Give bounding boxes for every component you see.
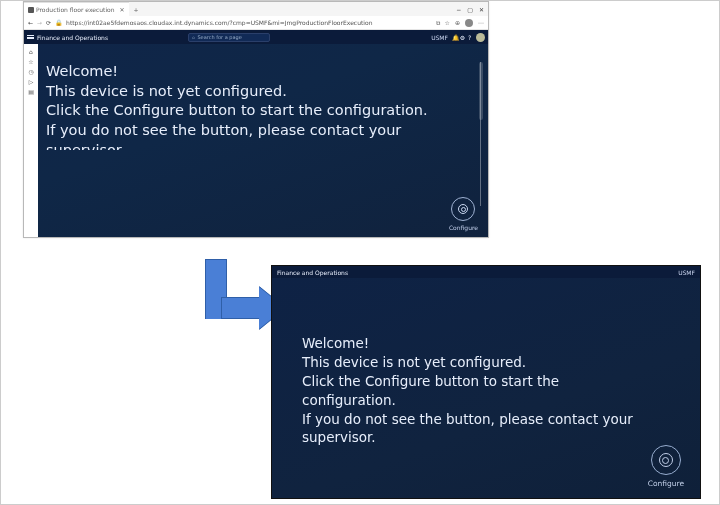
profile-icon[interactable] xyxy=(465,19,473,27)
welcome-line-4-clipped: supervisor xyxy=(46,141,438,150)
fullscreen-window: Finance and Operations USMF Welcome! Thi… xyxy=(271,265,701,499)
window-minimize-button[interactable]: − xyxy=(456,6,461,13)
welcome-line-4-fs: supervisor. xyxy=(302,428,640,447)
browser-titlebar: Production floor execution ✕ + − ▢ ✕ xyxy=(24,2,488,16)
lock-icon: 🔒 xyxy=(55,19,62,26)
welcome-message-fullscreen: Welcome! This device is not yet configur… xyxy=(302,334,640,447)
welcome-line-3: If you do not see the button, please con… xyxy=(46,121,438,141)
search-placeholder: Search for a page xyxy=(197,34,241,40)
company-code-fullscreen[interactable]: USMF xyxy=(678,269,695,276)
browser-tab[interactable]: Production floor execution ✕ xyxy=(24,2,129,16)
settings-gear-icon[interactable]: ⚙ xyxy=(459,34,466,41)
new-tab-button[interactable]: + xyxy=(134,6,139,13)
help-icon[interactable]: ? xyxy=(466,34,473,41)
configure-ring-icon xyxy=(451,197,475,221)
window-close-button[interactable]: ✕ xyxy=(479,6,484,13)
configure-ring-icon-fs xyxy=(651,445,681,475)
rail-grid-icon[interactable]: ▤ xyxy=(27,87,35,95)
company-code[interactable]: USMF xyxy=(431,34,448,41)
configure-label-fs: Configure xyxy=(648,479,684,488)
favorite-icon[interactable]: ☆ xyxy=(445,19,450,26)
browser-address-bar: ← → ⟳ 🔒 https://int02ae5fdemosaos.clouda… xyxy=(24,16,488,30)
avatar[interactable] xyxy=(476,33,485,42)
forward-button[interactable]: → xyxy=(37,19,42,26)
app-content-area: ⌂ ☆ ◷ ▷ ▤ Welcome! This device is not ye… xyxy=(24,44,488,237)
window-restore-button[interactable]: ▢ xyxy=(467,6,473,13)
rail-clock-icon[interactable]: ◷ xyxy=(27,67,35,75)
tab-favicon xyxy=(28,7,34,13)
search-icon: ⌕ xyxy=(192,34,195,40)
welcome-line-1-fs: This device is not yet configured. xyxy=(302,353,640,372)
configure-label: Configure xyxy=(449,224,478,231)
hamburger-menu-button[interactable] xyxy=(27,34,34,41)
browser-menu-icon[interactable]: ⋯ xyxy=(478,19,484,26)
welcome-line-1: This device is not yet configured. xyxy=(46,82,438,102)
app-title-fullscreen: Finance and Operations xyxy=(277,269,348,276)
extension-icon[interactable]: ⧉ xyxy=(436,19,440,27)
welcome-line-3-fs: If you do not see the button, please con… xyxy=(302,410,640,429)
welcome-line-2-fs: Click the Configure button to start the … xyxy=(302,372,640,410)
app-navbar: Finance and Operations ⌕ Search for a pa… xyxy=(24,30,488,44)
url-field[interactable]: https://int02ae5fdemosaos.cloudax.int.dy… xyxy=(66,19,431,26)
browser-window: Production floor execution ✕ + − ▢ ✕ ← →… xyxy=(23,1,489,238)
tab-title: Production floor execution xyxy=(36,6,115,13)
configure-button[interactable]: Configure xyxy=(449,197,478,231)
app-title: Finance and Operations xyxy=(37,34,108,41)
rail-home-icon[interactable]: ⌂ xyxy=(27,47,35,55)
target-icon-fs xyxy=(659,453,673,467)
scrollbar-thumb[interactable] xyxy=(479,62,483,120)
bell-icon[interactable]: 🔔 xyxy=(452,34,459,41)
app-navbar-fullscreen: Finance and Operations USMF xyxy=(272,266,700,278)
target-icon xyxy=(458,204,468,214)
rail-play-icon[interactable]: ▷ xyxy=(27,77,35,85)
welcome-heading-fs: Welcome! xyxy=(302,334,640,353)
app-content-area-fullscreen: Welcome! This device is not yet configur… xyxy=(272,278,700,498)
welcome-heading: Welcome! xyxy=(46,62,438,82)
configure-button-fullscreen[interactable]: Configure xyxy=(648,445,684,488)
transition-arrow xyxy=(173,259,273,344)
collections-icon[interactable]: ⊕ xyxy=(455,19,460,26)
welcome-line-2: Click the Configure button to start the … xyxy=(46,101,438,121)
rail-star-icon[interactable]: ☆ xyxy=(27,57,35,65)
tab-close-icon[interactable]: ✕ xyxy=(120,6,125,13)
left-rail: ⌂ ☆ ◷ ▷ ▤ xyxy=(24,44,38,237)
refresh-button[interactable]: ⟳ xyxy=(46,19,51,26)
back-button[interactable]: ← xyxy=(28,19,33,26)
welcome-message: Welcome! This device is not yet configur… xyxy=(46,62,438,150)
search-input[interactable]: ⌕ Search for a page xyxy=(188,33,270,42)
